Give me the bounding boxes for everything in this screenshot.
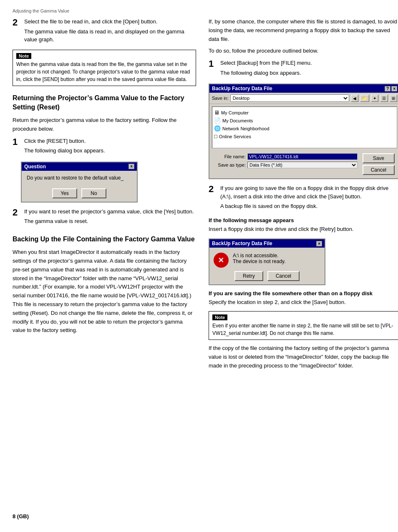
step-2-content: Select the file to be read in, and click… [24,18,196,46]
page-number-suffix: (GB) [17,513,29,519]
save-dialog: BackUp Factory Data File ? × Save in: De… [209,84,398,179]
note-label-1: Note [16,53,31,59]
error-line-2: The device is not ready. [233,258,286,264]
step-1a-text: Click the [RESET] button. [24,137,196,145]
question-dialog-titlebar: Question × [22,162,137,171]
step-2a-text: If you want to reset the projector’s gam… [24,208,196,216]
save-in-label: Save in: [212,96,229,101]
right-step-2-number: 2 [209,184,217,212]
section-2-heading: Backing Up the File Containing the Facto… [13,235,196,244]
bottom-bar: 8 (GB) [13,505,385,519]
question-dialog-body: Do you want to restore to the default va… [22,171,137,188]
section-1-heading: Returning the Projector’s Gamma Value to… [13,94,196,112]
save-dialog-fields: File name: Save as type: Data Files (*.l… [212,152,397,176]
left-column: 2 Select the file to be read in, and cli… [13,18,196,505]
save-dialog-file-list: 🖥 My Computer 📄 My Documents 🌐 Network N… [212,106,397,148]
section-2-body: When you first start ImageDirector it au… [13,248,196,335]
question-dialog-title: Question [24,164,46,170]
save-dialog-bottom: File name: Save as type: Data Files (*.l… [209,151,398,178]
right-step-2-text: If you are going to save the file on a f… [220,184,398,200]
note-box-1: Note When the gamma value data is read f… [13,50,196,86]
list-item-mydocuments[interactable]: 📄 My Documents [214,117,395,124]
step-2a-number: 2 [13,208,21,227]
error-text: A:\ is not accessible. The device is not… [233,253,286,264]
filename-input[interactable] [247,153,358,160]
top-label: Adjusting the Gamma Value [13,8,385,13]
save-dialog-close-btn[interactable]: × [391,86,397,91]
filename-label: File name: [214,154,246,159]
save-dialog-action-buttons: Save Cancel [363,152,397,176]
toolbar-list-btn[interactable]: ☰ [380,95,388,102]
savetype-select[interactable]: Data Files (*.ldt) [247,162,358,168]
right-step-1-detail: The following dialog box appears. [220,69,398,77]
note-label-2: Note [212,314,227,320]
step-2a-content: If you want to reset the projector’s gam… [24,208,196,227]
step-1a-detail: The following dialog box appears. [24,147,196,155]
note3-text: If the copy of the file containing the f… [209,344,398,370]
right-column: If, by some chance, the computer where t… [209,18,398,505]
right-step-2-content: If you are going to save the file on a f… [220,184,398,212]
save-cancel-button[interactable]: Cancel [363,165,395,175]
note2-text: Even if you enter another file name in s… [212,322,397,337]
step-2a-detail: The gamma value is reset. [24,217,196,225]
save-in-select[interactable]: Desktop [230,94,349,102]
network-icon: 🌐 [214,125,221,132]
error-dialog-body: × A:\ is not accessible. The device is n… [209,248,325,271]
question-dialog-buttons: Yes No [22,188,137,202]
toolbar-up-btn[interactable]: 📁 [360,95,369,102]
onlineservices-icon: □ [214,133,217,139]
retry-button[interactable]: Retry [234,271,263,281]
step-2a-block: 2 If you want to reset the projector’s g… [13,208,196,227]
mydocuments-label: My Documents [222,118,253,123]
filename-row: File name: [212,152,360,161]
subheading-1-body: Insert a floppy disk into the drive and … [209,225,398,234]
right-step-2-detail: A backup file is saved on the floppy dis… [220,202,398,210]
toolbar-details-btn[interactable]: ⊞ [390,95,397,102]
network-label: Network Neighborhood [222,126,270,131]
question-dialog-text: Do you want to restore to the default va… [27,175,132,181]
step-1a-block: 1 Click the [RESET] button. The followin… [13,137,196,157]
save-dialog-help-btn[interactable]: ? [385,86,390,91]
error-dialog-buttons: Retry Cancel [209,271,325,284]
yes-button[interactable]: Yes [52,188,77,198]
savetype-row: Save as type: Data Files (*.ldt) [212,161,360,169]
step-1a-content: Click the [RESET] button. The following … [24,137,196,157]
step-2-number: 2 [13,18,21,46]
right-intro-1: If, by some chance, the computer where t… [209,18,398,43]
toolbar-new-btn[interactable]: ✦ [371,95,378,102]
step-2-block: 2 Select the file to be read in, and cli… [13,18,196,46]
section-1-body: Return the projector’s gamma value to th… [13,116,196,134]
error-dialog: BackUp Factory Data File × × A:\ is not … [209,238,325,285]
note-text-1: When the gamma value data is read from t… [16,61,192,83]
list-item-onlineservices[interactable]: □ Online Services [214,132,395,140]
list-item-mycomputer[interactable]: 🖥 My Computer [214,109,395,117]
subheading-2-body: Specify the location in step 2, and clic… [209,298,398,307]
error-dialog-titlebar: BackUp Factory Data File × [209,239,325,248]
error-cancel-button[interactable]: Cancel [267,271,300,281]
save-dialog-title: BackUp Factory Data File [212,86,272,91]
question-dialog: Question × Do you want to restore to the… [21,162,138,203]
no-button[interactable]: No [81,188,106,198]
list-item-network[interactable]: 🌐 Network Neighborhood [214,124,395,132]
save-button[interactable]: Save [363,153,395,163]
onlineservices-label: Online Services [219,134,251,139]
right-step-2-block: 2 If you are going to save the file on a… [209,184,398,212]
step-2-detail: The gamma value file data is read in, an… [24,28,196,44]
savetype-label: Save as type: [214,162,246,167]
save-dialog-toolbar: Save in: Desktop ◀ 📁 ✦ ☰ ⊞ [209,93,398,104]
two-column-layout: 2 Select the file to be read in, and cli… [13,18,385,505]
step-1a-number: 1 [13,137,21,157]
note-box-2: Note Even if you enter another file name… [209,311,398,340]
page: Adjusting the Gamma Value 2 Select the f… [0,0,398,532]
question-dialog-close[interactable]: × [128,164,134,169]
mycomputer-icon: 🖥 [214,109,219,116]
error-dialog-title: BackUp Factory Data File [212,241,272,246]
page-number: 8 [13,513,15,519]
subheading-2: If you are saving the file somewhere oth… [209,290,398,296]
right-step-1-number: 1 [209,59,217,79]
step-2-intro: Select the file to be read in, and click… [24,18,196,26]
error-dialog-close-btn[interactable]: × [316,241,322,246]
toolbar-back-btn[interactable]: ◀ [351,95,358,102]
right-step-1-block: 1 Select [Backup] from the [FILE] menu. … [209,59,398,79]
right-step-1-text: Select [Backup] from the [FILE] menu. [220,59,398,67]
